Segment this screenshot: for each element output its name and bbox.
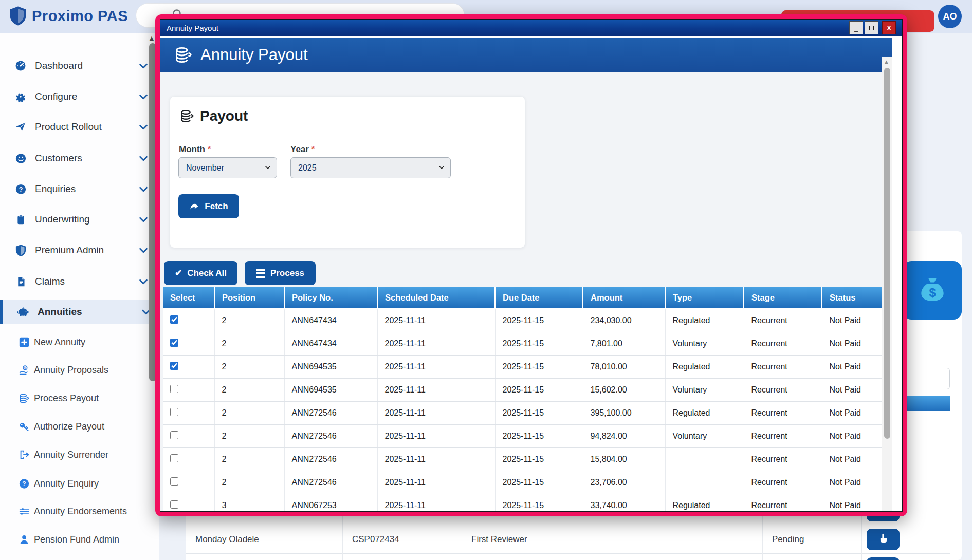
chevron-down-icon <box>138 214 149 225</box>
row-checkbox[interactable] <box>170 339 178 347</box>
column-header-due-date: Due Date <box>495 287 583 309</box>
sidebar: DashboardConfigureProduct RolloutCustome… <box>0 33 159 560</box>
avatar[interactable]: AO <box>938 5 962 28</box>
row-checkbox[interactable] <box>170 431 178 439</box>
sidebar-item-configure[interactable]: Configure <box>0 84 159 109</box>
sidebar-item-label: Underwriting <box>35 214 90 225</box>
cell-scheduled: 2025-11-11 <box>377 309 495 332</box>
sidebar-subitem-annuity-surrender[interactable]: Annuity Surrender <box>0 444 159 465</box>
sidebar-item-label: Annuities <box>38 306 82 318</box>
row-checkbox[interactable] <box>170 315 178 324</box>
sidebar-subitem-process-payout[interactable]: Process Payout <box>0 388 159 408</box>
brand-shield-icon <box>9 6 27 26</box>
cell-position: 2 <box>214 401 284 424</box>
cell-stage: Recurrent <box>744 471 822 494</box>
cell-scheduled: 2025-11-11 <box>377 378 495 401</box>
sidebar-item-product-rollout[interactable]: Product Rollout <box>0 115 159 139</box>
svg-text:$: $ <box>929 286 936 300</box>
sidebar-subitem-label: Annuity Proposals <box>34 365 108 376</box>
sidebar-subitem-authorize-payout[interactable]: Authorize Payout <box>0 416 159 437</box>
maximize-button[interactable] <box>865 21 878 34</box>
cell-amount: 15,804.00 <box>583 447 665 471</box>
scroll-up-icon[interactable]: ▲ <box>884 59 889 65</box>
row-checkbox[interactable] <box>170 477 178 486</box>
cell-type: Regulated <box>665 401 744 424</box>
pointing-hand-icon <box>877 533 889 546</box>
sidebar-subitem-pension-fund-admin[interactable]: Pension Fund Admin <box>0 529 159 550</box>
cell-status: Not Paid <box>822 424 890 447</box>
cell-position: 2 <box>214 447 284 471</box>
cell-type: Voluntary <box>665 332 744 355</box>
table-row: 2ANN6474342025-11-112025-11-157,801.00Vo… <box>163 332 890 355</box>
year-select[interactable]: 2025 <box>290 157 451 178</box>
table-row: 2ANN2725462025-11-112025-11-1515,804.00R… <box>163 447 890 471</box>
row-checkbox[interactable] <box>170 454 178 462</box>
row-checkbox[interactable] <box>170 500 178 509</box>
sidebar-item-label: Product Rollout <box>35 121 102 133</box>
cell-due: 2025-11-15 <box>495 355 583 378</box>
sidebar-subitem-label: Pension Fund Admin <box>34 534 119 545</box>
sidebar-item-label: Dashboard <box>35 60 83 71</box>
modal-header-title: Annuity Payout <box>200 46 308 64</box>
fetch-button[interactable]: Fetch <box>178 194 239 218</box>
chevron-down-icon <box>138 245 149 256</box>
sidebar-item-underwriting[interactable]: Underwriting <box>0 207 159 232</box>
sidebar-subitem-new-annuity[interactable]: New Annuity <box>0 332 159 352</box>
cell-stage: Recurrent <box>744 424 822 447</box>
sidebar-item-customers[interactable]: Customers <box>0 146 159 171</box>
chevron-down-icon <box>138 183 149 195</box>
cell-amount: 33,740.00 <box>583 494 665 511</box>
cell-scheduled: 2025-11-11 <box>377 447 495 471</box>
svg-text:?: ? <box>22 480 26 487</box>
key-icon <box>19 421 30 432</box>
sidebar-item-claims[interactable]: Claims <box>0 269 159 294</box>
bg-action-button[interactable] <box>867 557 900 560</box>
row-checkbox[interactable] <box>170 408 178 416</box>
svg-text:$: $ <box>24 366 26 370</box>
money-bag-icon: $ <box>916 274 948 306</box>
check-icon: ✔ <box>175 268 182 278</box>
cell-policy: ANN272546 <box>284 447 377 471</box>
modal-scrollbar[interactable]: ▲ ▼ <box>882 57 892 512</box>
cell-select <box>163 447 214 471</box>
modal-scrollbar-thumb[interactable] <box>884 68 890 439</box>
bg-action-button[interactable] <box>867 529 900 550</box>
sidebar-item-annuities[interactable]: Annuities <box>0 300 159 324</box>
sidebar-subitem-annuity-proposals[interactable]: $Annuity Proposals <box>0 360 159 380</box>
payout-table: SelectPositionPolicy No.Scheduled DateDu… <box>163 287 890 511</box>
bg-cell-name: Monday Oladele <box>186 525 343 554</box>
money-bag-tile[interactable]: $ <box>903 261 962 320</box>
sidebar-item-enquiries[interactable]: ?Enquiries <box>0 177 159 201</box>
maximize-icon <box>869 26 874 30</box>
cell-type: Regulated <box>665 494 744 511</box>
minimize-button[interactable]: _ <box>849 21 863 34</box>
brand: Proximo PAS <box>9 6 128 26</box>
row-checkbox[interactable] <box>170 385 178 393</box>
background-table-row: Monday OladeleCSP072434First ReviewerPen… <box>186 525 950 554</box>
process-button[interactable]: Process <box>245 261 316 285</box>
sidebar-item-dashboard[interactable]: Dashboard <box>0 53 159 78</box>
page-scrollbar-up-icon[interactable]: ▲ <box>148 34 155 42</box>
required-mark: * <box>311 144 315 154</box>
close-button[interactable]: X <box>882 21 896 34</box>
sidebar-subitem-annuity-enquiry[interactable]: ?Annuity Enquiry <box>0 473 159 494</box>
forward-arrow-icon <box>189 201 199 212</box>
list-icon <box>256 269 265 278</box>
row-checkbox[interactable] <box>170 362 178 370</box>
paper-plane-icon <box>14 121 27 133</box>
payout-panel-title-text: Payout <box>200 108 248 124</box>
cell-scheduled: 2025-11-11 <box>377 471 495 494</box>
check-all-button[interactable]: ✔ Check All <box>164 261 237 285</box>
column-header-scheduled-date: Scheduled Date <box>377 287 495 309</box>
cell-position: 2 <box>214 378 284 401</box>
cell-status: Not Paid <box>822 447 890 471</box>
cell-type: Regulated <box>665 355 744 378</box>
person-icon <box>19 534 30 545</box>
table-row: 3ANN0672532025-11-112025-11-1533,740.00R… <box>163 494 890 511</box>
sidebar-item-label: Claims <box>35 276 65 287</box>
cell-due: 2025-11-15 <box>495 424 583 447</box>
sidebar-subitem-annuity-endorsements[interactable]: Annuity Endorsements <box>0 501 159 521</box>
window-titlebar[interactable]: Annuity Payout <box>160 20 902 36</box>
sidebar-item-premium-admin[interactable]: Premium Admin <box>0 238 159 263</box>
month-select[interactable]: November <box>178 157 277 178</box>
